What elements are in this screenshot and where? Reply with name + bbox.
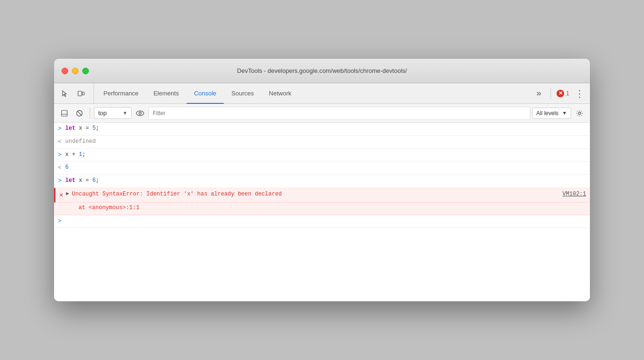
filter-input[interactable]: [149, 107, 530, 120]
console-input-line: >: [54, 215, 590, 228]
drawer-icon: [61, 110, 68, 117]
prompt-1: >: [58, 124, 62, 134]
code-x-plus-1: x + 1;: [65, 150, 586, 159]
error-badge-icon: ✕: [557, 90, 564, 97]
tab-bar-left-icons: [58, 83, 94, 103]
dropdown-arrow: ▼: [123, 110, 127, 116]
error-toggle[interactable]: ▶: [66, 190, 69, 198]
svg-line-6: [78, 111, 82, 115]
devtools-window: DevTools - developers.google.com/web/too…: [54, 59, 590, 301]
show-drawer-button[interactable]: [58, 107, 71, 120]
tab-list: Performance Elements Console Sources Net…: [96, 83, 529, 103]
tab-bar-right: » ✕ 1 ⋮: [529, 83, 586, 103]
console-output: > let x = 5; < undefined > x + 1; < 6 > …: [54, 123, 590, 301]
error-link[interactable]: VM102:1: [563, 190, 586, 199]
console-input[interactable]: [65, 218, 586, 225]
toolbar-separator: [90, 108, 90, 119]
svg-point-8: [139, 112, 141, 114]
error-icon: ✕: [59, 190, 63, 200]
prompt-3: >: [58, 150, 62, 160]
tab-performance[interactable]: Performance: [96, 83, 146, 104]
prompt-2: <: [58, 137, 62, 147]
console-line-4: < 6: [54, 162, 590, 175]
gear-icon: [576, 110, 583, 117]
tab-elements[interactable]: Elements: [146, 83, 186, 104]
tab-network[interactable]: Network: [261, 83, 299, 104]
clear-console-button[interactable]: [73, 107, 86, 120]
close-button[interactable]: [62, 68, 68, 74]
no-icon: [76, 110, 83, 117]
device-toolbar-button[interactable]: [74, 86, 88, 101]
minimize-button[interactable]: [72, 68, 79, 74]
inspect-element-button[interactable]: [58, 86, 72, 101]
log-levels-button[interactable]: All levels ▼: [532, 108, 571, 119]
console-toolbar: top ▼ All levels ▼: [54, 104, 590, 123]
context-selector[interactable]: top ▼: [94, 107, 132, 119]
console-line-1: > let x = 5;: [54, 123, 590, 136]
more-menu-button[interactable]: ⋮: [573, 88, 586, 99]
maximize-button[interactable]: [82, 68, 89, 74]
console-line-5: > let x = 6;: [54, 175, 590, 188]
console-line-2: < undefined: [54, 136, 590, 149]
separator: [550, 88, 551, 99]
error-line: ✕ ▶ Uncaught SyntaxError: Identifier 'x'…: [54, 188, 590, 203]
cursor-icon: [61, 90, 69, 97]
levels-arrow: ▼: [562, 110, 567, 116]
svg-rect-1: [82, 92, 84, 95]
code-let-x-6: let x = 6;: [65, 176, 586, 185]
svg-point-9: [579, 112, 581, 114]
result-6: 6: [65, 163, 69, 172]
eye-icon: [136, 110, 144, 116]
undefined-output: undefined: [65, 137, 96, 146]
error-second-line: at <anonymous>:1:1: [54, 203, 590, 215]
error-text: Uncaught SyntaxError: Identifier 'x' has…: [72, 190, 559, 199]
svg-point-2: [79, 94, 80, 95]
console-line-3: > x + 1;: [54, 149, 590, 162]
settings-button[interactable]: [573, 107, 586, 120]
tab-console[interactable]: Console: [187, 83, 224, 104]
eye-button[interactable]: [134, 107, 147, 120]
input-prompt: >: [58, 217, 62, 227]
traffic-lights: [62, 68, 89, 74]
prompt-5: >: [58, 176, 62, 186]
tab-sources[interactable]: Sources: [224, 83, 261, 104]
window-title: DevTools - developers.google.com/web/too…: [237, 67, 407, 74]
svg-rect-3: [62, 110, 67, 116]
svg-point-7: [136, 111, 144, 116]
title-bar: DevTools - developers.google.com/web/too…: [54, 59, 590, 83]
prompt-4: <: [58, 163, 62, 173]
device-icon: [77, 90, 85, 97]
code-let-x-5: let x = 5;: [65, 124, 586, 133]
error-badge[interactable]: ✕ 1: [557, 90, 569, 97]
tab-bar: Performance Elements Console Sources Net…: [54, 83, 590, 104]
error-sub-text: at <anonymous>:1:1: [79, 204, 140, 211]
more-tabs-button[interactable]: »: [533, 88, 545, 98]
